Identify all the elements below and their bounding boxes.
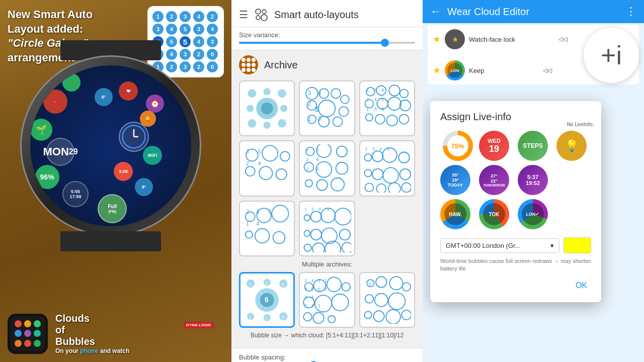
svg-point-28 bbox=[318, 100, 335, 117]
gmt-value: GMT+00:00 London (Gr... bbox=[446, 242, 521, 249]
svg-point-166 bbox=[374, 294, 387, 307]
layout-item-8[interactable]: 1345 bbox=[299, 201, 355, 256]
svg-point-118 bbox=[304, 244, 311, 251]
keep-star[interactable]: ★ bbox=[433, 65, 441, 76]
svg-point-163 bbox=[389, 277, 403, 290]
svg-point-168 bbox=[364, 311, 371, 318]
svg-text:1: 1 bbox=[265, 281, 268, 286]
svg-point-3 bbox=[256, 9, 261, 14]
svg-point-167 bbox=[388, 293, 405, 309]
svg-point-153 bbox=[342, 283, 351, 291]
live-item-tok[interactable]: TOK bbox=[479, 199, 509, 229]
svg-point-119 bbox=[312, 243, 325, 252]
archive-header: Archive bbox=[239, 55, 415, 74]
ok-button[interactable]: OK bbox=[572, 279, 591, 292]
color-swatch[interactable] bbox=[564, 237, 591, 253]
live-item-haw[interactable]: HAW. bbox=[440, 199, 470, 229]
svg-text:3: 3 bbox=[311, 207, 314, 212]
keep-back-icon[interactable]: ◁◁ bbox=[543, 67, 552, 74]
middle-panel[interactable]: ☰ Smart auto-layouts Size variance: bbox=[231, 0, 423, 362]
svg-text:4: 4 bbox=[316, 157, 319, 162]
svg-point-6 bbox=[261, 15, 267, 21]
svg-point-46 bbox=[365, 100, 373, 108]
svg-point-156 bbox=[332, 294, 349, 311]
layout-item-6[interactable]: 2345 bbox=[359, 140, 415, 196]
live-item-nolive[interactable]: No LiveInfo: 💡 bbox=[556, 131, 591, 161]
svg-point-159 bbox=[328, 316, 335, 323]
svg-text:4: 4 bbox=[258, 160, 261, 166]
left-panel: New Smart Auto Layout added: "Circle Gal… bbox=[0, 0, 231, 362]
svg-text:5: 5 bbox=[318, 287, 320, 292]
live-item-calendar[interactable]: WED19 bbox=[479, 131, 509, 161]
svg-text:1: 1 bbox=[318, 303, 320, 308]
live-item-lon[interactable]: LON✓ bbox=[518, 199, 548, 229]
svg-point-89 bbox=[383, 168, 398, 184]
menu-icon[interactable]: ☰ bbox=[239, 9, 248, 21]
layout-item-3[interactable]: 234 245 134 bbox=[359, 80, 415, 136]
multiple-archives-grid: 6 1 5 1 5 1 1 2431 455 bbox=[239, 272, 415, 328]
layout-item-2[interactable]: 34 25 13 bbox=[299, 80, 355, 136]
live-info-grid: 75% WED19 STEPS No LiveInfo: 💡 35°19°TOD… bbox=[440, 131, 591, 229]
svg-point-152 bbox=[327, 277, 342, 292]
keep-bubble: LON bbox=[445, 60, 465, 80]
live-item-weather-tomorrow[interactable]: 27°22°TOMORROW bbox=[479, 165, 509, 195]
lock-star[interactable]: ★ bbox=[433, 34, 441, 45]
gmt-dropdown[interactable]: GMT+00:00 London (Gr... ▾ bbox=[440, 238, 559, 253]
layout-item-7[interactable]: 245 14 bbox=[239, 201, 295, 256]
svg-text:4: 4 bbox=[379, 146, 382, 151]
svg-point-110 bbox=[304, 215, 310, 221]
size-variance-label: Size variance: bbox=[239, 31, 415, 39]
right-panel: ← Wear Cloud Editor ⋮ +i 👁 ⭐ ⋯ ✕ ▦ ★ 35°… bbox=[423, 0, 644, 362]
live-item-percent[interactable]: 75% bbox=[440, 131, 475, 161]
layout-item-multi-2[interactable]: 2431 4553 44 231 bbox=[299, 272, 355, 328]
svg-point-44 bbox=[389, 85, 399, 96]
keep-label: Keep bbox=[469, 67, 484, 74]
svg-point-8 bbox=[261, 103, 273, 115]
svg-text:4: 4 bbox=[381, 87, 384, 93]
svg-point-94 bbox=[401, 183, 411, 193]
svg-point-51 bbox=[375, 115, 385, 124]
svg-point-59 bbox=[262, 146, 278, 161]
svg-point-101 bbox=[257, 208, 271, 223]
dialog-title: Assign Live-info bbox=[440, 111, 591, 123]
layout-item-multi-3[interactable]: 0 bbox=[359, 272, 415, 328]
svg-point-92 bbox=[376, 184, 386, 193]
bubble-spacing-label: Bubble spacing: bbox=[239, 353, 415, 361]
more-options-icon[interactable]: ⋮ bbox=[625, 5, 636, 18]
layout-item-5[interactable]: 25 24 13 bbox=[299, 140, 355, 196]
live-item-steps[interactable]: STEPS bbox=[518, 131, 548, 161]
gmt-row: GMT+00:00 London (Gr... ▾ bbox=[440, 237, 591, 253]
plus-i-badge[interactable]: +i bbox=[584, 28, 639, 83]
svg-point-49 bbox=[399, 100, 410, 111]
bottom-section: Clouds of Bubbles On your phone and watc… bbox=[8, 313, 224, 354]
svg-point-103 bbox=[246, 231, 253, 238]
svg-point-83 bbox=[364, 154, 371, 161]
bottom-app-title: Clouds of Bubbles On your phone and watc… bbox=[55, 313, 129, 354]
svg-point-93 bbox=[388, 183, 400, 193]
layout-item-4[interactable]: 35 24 bbox=[239, 140, 295, 196]
size-variance-row: Size variance: bbox=[231, 27, 423, 50]
back-icon[interactable]: ← bbox=[430, 5, 441, 18]
svg-text:2: 2 bbox=[305, 278, 307, 283]
svg-text:1: 1 bbox=[249, 282, 252, 287]
live-item-time[interactable]: 5:3719:52 bbox=[518, 165, 548, 195]
svg-point-102 bbox=[272, 205, 288, 222]
svg-point-50 bbox=[365, 114, 372, 121]
svg-text:6: 6 bbox=[265, 296, 269, 304]
svg-point-87 bbox=[364, 169, 371, 176]
size-variance-slider[interactable] bbox=[239, 42, 415, 44]
svg-text:2: 2 bbox=[306, 157, 308, 162]
svg-point-121 bbox=[342, 242, 351, 252]
live-item-weather-today[interactable]: 35°19°TODAY bbox=[440, 165, 470, 195]
svg-point-77 bbox=[317, 180, 328, 191]
svg-point-171 bbox=[401, 310, 411, 320]
layout-item-multi-1[interactable]: 6 1 5 1 5 1 1 bbox=[239, 272, 295, 328]
svg-point-61 bbox=[246, 166, 255, 176]
svg-point-162 bbox=[376, 277, 386, 287]
assign-live-info-dialog: Assign Live-info 75% WED19 STEPS No Live… bbox=[430, 101, 601, 302]
svg-point-5 bbox=[256, 16, 260, 20]
svg-point-25 bbox=[331, 88, 341, 98]
back-icon-2[interactable]: ◁◁ bbox=[558, 36, 568, 43]
svg-point-158 bbox=[313, 313, 324, 323]
layout-item-1[interactable] bbox=[239, 80, 295, 136]
